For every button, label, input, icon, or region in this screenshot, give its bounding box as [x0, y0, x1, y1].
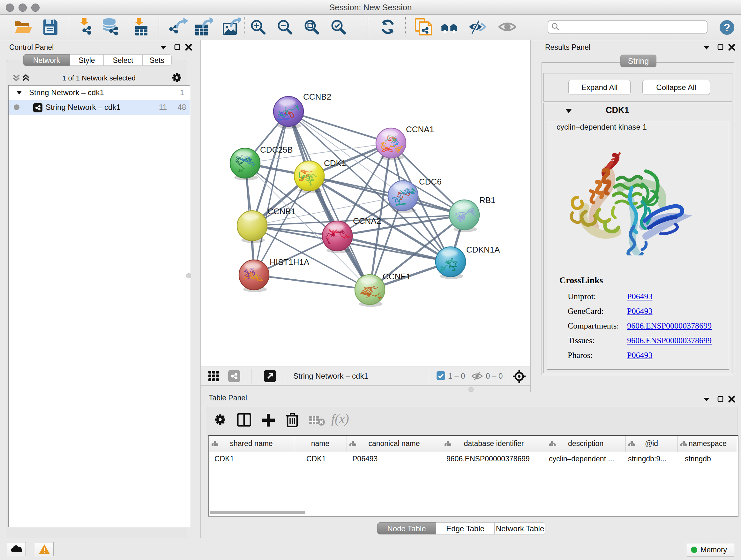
svg-text:CCNE1: CCNE1 [383, 272, 411, 281]
svg-text:HIST1H1A: HIST1H1A [270, 257, 310, 267]
svg-text:CDC25B: CDC25B [260, 145, 293, 154]
svg-text:CCNA1: CCNA1 [406, 125, 434, 134]
svg-text:CDK1: CDK1 [324, 159, 346, 168]
svg-text:CCNB1: CCNB1 [267, 206, 295, 216]
svg-text:CCNA2: CCNA2 [353, 216, 381, 226]
svg-text:CDKN1A: CDKN1A [466, 245, 500, 254]
svg-text:RB1: RB1 [479, 195, 495, 205]
svg-text:CCNB2: CCNB2 [303, 92, 331, 102]
svg-text:CDC6: CDC6 [419, 177, 442, 186]
